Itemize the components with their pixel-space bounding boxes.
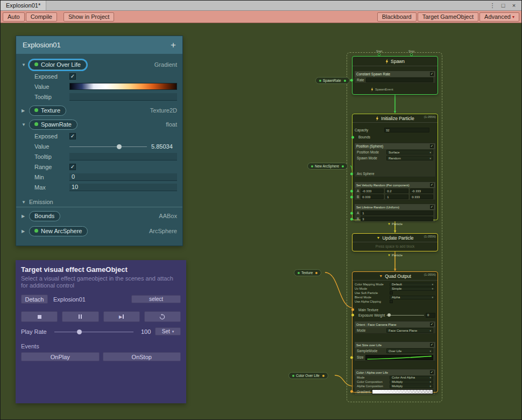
lifetime-b-field[interactable]: 3 [361,216,433,221]
play-rate-value[interactable]: 100 [133,328,155,335]
velocity-b-x-field[interactable]: 0.333 [361,194,384,199]
orient-block[interactable]: Orient : Face Camera Plane✓ Mode Face Ca… [354,321,436,334]
parameter-node-color-over-life[interactable]: Color Over Life [288,372,328,379]
chevron-right-icon[interactable]: ▶ [22,229,29,234]
select-button[interactable]: select [131,295,181,303]
velocity-b-port-icon[interactable] [350,195,353,198]
particle-output-port[interactable]: ▼ Particle [387,254,403,257]
target-gameobject-toggle-button[interactable]: Target GameObject [418,12,478,22]
range-checkbox[interactable]: ✓ [69,164,76,170]
color-mapping-mode-dropdown[interactable]: Default▾ [390,283,435,286]
constant-spawn-rate-block[interactable]: Constant Spawn Rate✓ Rate [354,71,436,83]
add-parameter-button[interactable]: + [171,40,176,51]
set-velocity-random-block[interactable]: Set Velocity Random (Per component)✓ A -… [354,181,436,200]
onplay-button[interactable]: OnPlay [21,352,100,361]
blackboard-toggle-button[interactable]: Blackboard [377,12,417,22]
blackboard-header[interactable]: Explosion01 + [16,36,182,54]
graph-canvas[interactable]: Start Stop Spawn Constant Spawn Rate✓ Ra… [1,23,521,419]
update-particle-node[interactable]: ▼ ▼ Update Particle (1.0556) Press space… [352,233,438,251]
use-alpha-clipping-checkbox[interactable] [390,300,393,303]
position-mode-dropdown[interactable]: Surface▾ [386,150,433,155]
chevron-down-icon[interactable]: ▼ [22,122,29,127]
exposed-checkbox[interactable]: ✓ [69,133,76,139]
output-port-icon[interactable] [342,165,344,167]
param-row-bounds[interactable]: ▶ Bounds AABox [16,209,182,222]
onstop-button[interactable]: OnStop [103,352,181,361]
exposure-weight-slider[interactable] [386,313,424,318]
rate-port-icon[interactable] [350,79,353,81]
bounds-port-icon[interactable] [351,136,354,138]
param-row-spawnrate[interactable]: ▼ SpawnRate float [16,118,182,131]
use-soft-particle-checkbox[interactable] [390,291,393,295]
arc-sphere-port-icon[interactable] [350,172,353,175]
gradient-value-preview[interactable] [69,83,177,90]
value-slider[interactable] [69,143,147,150]
position-sphere-block[interactable]: Position (Sphere)✓ Position Mode Surface… [354,143,436,177]
spawn-context-node[interactable]: Start Stop Spawn Constant Spawn Rate✓ Ra… [352,56,438,95]
chevron-down-icon[interactable]: ▼ [22,62,29,67]
exposure-weight-field[interactable]: 0 [426,313,435,318]
chevron-right-icon[interactable]: ▶ [22,214,29,219]
exposed-checkbox[interactable]: ✓ [69,73,76,80]
param-row-texture[interactable]: ▶ Texture Texture2D [16,104,182,117]
category-emission[interactable]: ▼ Emission [16,194,182,207]
blend-mode-dropdown[interactable]: Alpha▾ [390,296,435,299]
parameter-node-new-arcsphere[interactable]: New ArcSphere [307,163,348,170]
restart-button[interactable] [144,311,181,322]
color-composition-dropdown[interactable]: Multiply▾ [390,380,433,384]
param-pill-texture[interactable]: Texture [29,106,66,116]
min-field[interactable]: 0 [69,173,177,181]
quad-output-node[interactable]: ▼ ▼ Quad Output (1.0556) Color Mapping M… [352,271,438,393]
velocity-b-y-field[interactable]: 1 [385,194,408,199]
spawn-mode-dropdown[interactable]: Random▾ [386,156,433,160]
param-row-new-arcsphere[interactable]: ▶ New ArcSphere ArcSphere [16,225,182,237]
tooltip-field[interactable] [69,153,177,160]
param-pill-bounds[interactable]: Bounds [29,211,60,221]
output-port-icon[interactable] [315,272,318,274]
play-rate-slider[interactable] [54,328,133,335]
set-size-over-life-block[interactable]: Set Size over Life✓ SampleMode Over Life… [354,341,436,361]
velocity-a-port-icon[interactable] [350,190,353,192]
main-texture-port-icon[interactable] [351,309,354,311]
block-enabled-checkbox[interactable]: ✓ [430,144,434,148]
velocity-a-x-field[interactable]: -0.333 [361,188,384,193]
velocity-b-z-field[interactable]: 0.333 [410,194,433,199]
set-play-rate-button[interactable]: Set ▾ [155,327,181,335]
exposure-weight-port-icon[interactable] [351,314,354,317]
stop-button[interactable] [21,311,58,322]
restore-icon[interactable]: □ [499,2,507,9]
close-icon[interactable]: × [510,2,518,9]
spawn-node-header[interactable]: Spawn [352,57,438,66]
param-pill-new-arcsphere[interactable]: New ArcSphere [29,226,88,236]
set-lifetime-random-block[interactable]: Set Lifetime Random (Uniform)✓ A 1 B 3 [354,204,436,222]
velocity-a-y-field[interactable]: 0.2 [385,188,408,193]
size-port-icon[interactable] [350,356,353,359]
block-enabled-checkbox[interactable]: ✓ [430,343,434,347]
capacity-field[interactable]: 32 [384,128,429,132]
auto-button[interactable]: Auto [3,12,25,22]
update-node-header[interactable]: ▼ Update Particle (1.0556) [352,234,438,242]
rate-field[interactable] [366,78,433,82]
lifetime-a-port-icon[interactable] [350,212,353,214]
color-alpha-over-life-block[interactable]: Color / Alpha over Life✓ Mode Color And … [354,369,436,395]
block-enabled-checkbox[interactable]: ✓ [430,323,434,326]
compile-button[interactable]: Compile [26,12,57,22]
uv-mode-dropdown[interactable]: Simple▾ [390,287,435,291]
slider-handle[interactable] [117,144,122,149]
window-tab[interactable]: Explosion01* [1,1,46,10]
tooltip-field[interactable] [69,93,177,101]
size-curve-field[interactable] [365,355,433,360]
chevron-right-icon[interactable]: ▶ [22,108,29,113]
advanced-dropdown-button[interactable]: Advanced▾ [479,12,519,22]
particle-output-port[interactable]: ▼ Particle [387,222,403,226]
param-row-color-over-life[interactable]: ▼ Color Over Life Gradient [16,58,182,71]
param-pill-color-over-life[interactable]: Color Over Life [29,60,87,70]
block-enabled-checkbox[interactable]: ✓ [430,72,434,76]
spawn-event-output[interactable]: SpawnEvent [352,87,438,92]
spawn-start-port[interactable]: Start [376,50,383,56]
slider-handle[interactable] [77,330,82,334]
output-port-icon[interactable] [322,375,325,377]
quad-node-header[interactable]: ▼ Quad Output (1.0556) [352,272,438,281]
color-mode-dropdown[interactable]: Color And Alpha▾ [390,376,433,380]
output-port-icon[interactable] [344,80,346,82]
